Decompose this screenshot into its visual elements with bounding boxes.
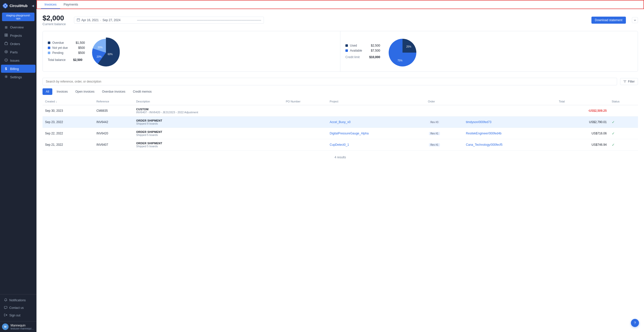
not-yet-due-label: Not yet due	[52, 46, 68, 50]
balance-info: $2,000 Current balance	[43, 14, 66, 26]
th-created[interactable]: Created ↓	[43, 98, 94, 105]
user-details: Mannequin testuser-mannequin@circ...	[11, 324, 34, 330]
filter-tab-credit-memos[interactable]: Credit memos	[130, 88, 155, 95]
cell-order[interactable]: timdyson/000fed73	[463, 117, 556, 128]
user-info-area: M Mannequin testuser-mannequin@circ...	[0, 321, 36, 332]
sidebar-item-parts[interactable]: Parts	[1, 48, 35, 56]
pie-label-75: 75%	[397, 59, 403, 62]
cell-project[interactable]: DigitalPressureGauge_Alpha	[327, 128, 425, 139]
cell-po	[283, 117, 327, 128]
projects-icon	[4, 33, 8, 38]
project-link[interactable]: CupDetect0_1	[330, 143, 349, 146]
sidebar-item-overview[interactable]: ⊞ Overview	[1, 23, 35, 31]
filter-tab-open-invoices[interactable]: Open invoices	[72, 88, 98, 95]
sidebar-bottom: Notifications Contact us Sign out	[0, 294, 36, 321]
filter-tab-invoices[interactable]: Invoices	[53, 88, 71, 95]
sidebar-item-orders[interactable]: Orders	[1, 40, 35, 48]
credit-limit-row: Credit limit $10,000	[345, 55, 380, 59]
cell-project[interactable]: CupDetect0_1	[327, 139, 425, 151]
table-row[interactable]: Sep 23, 2022 INV6442 ORDER SHIPMENT Ship…	[43, 117, 638, 128]
legend-available: Available $7,500	[345, 49, 380, 52]
filter-tab-all[interactable]: All	[43, 88, 52, 95]
date-to: Sep 27, 2024	[103, 18, 120, 22]
tab-invoices[interactable]: Invoices	[41, 1, 60, 9]
th-po-number: PO Number	[283, 98, 327, 105]
sidebar-item-label: Orders	[10, 42, 20, 46]
credit-chart-panel: Used $2,500 Available $7,500 Credit limi…	[340, 31, 638, 71]
sidebar-item-settings[interactable]: Settings	[1, 73, 35, 81]
sidebar-item-billing[interactable]: $ Billing	[1, 65, 35, 73]
sidebar-logo-area: CircuitHub ◀	[0, 0, 36, 12]
sidebar-collapse-button[interactable]: ◀	[32, 4, 34, 8]
cell-order[interactable]: Cana_Technology/000fecf5	[463, 139, 556, 151]
pie-label-20a: 20%	[97, 55, 102, 58]
sidebar-item-label: Overview	[10, 25, 24, 29]
main-content: Invoices Payments $2,000 Current balance…	[36, 0, 644, 332]
svg-point-16	[6, 76, 7, 77]
total-amount: -US$2,509.25	[588, 109, 607, 113]
date-separator: ·	[100, 18, 101, 22]
date-range-picker[interactable]: Apr 16, 2021 · Sep 27, 2024 ────────────…	[74, 17, 264, 24]
credit-pie-chart: 25% 75%	[386, 36, 416, 66]
sidebar: CircuitHub ◀ staging-playground-ops ⊞ Ov…	[0, 0, 36, 332]
order-link[interactable]: timdyson/000fed73	[466, 120, 491, 124]
cell-description: CUSTOM INV6407 - INV6420 - JE313323 - 20…	[134, 105, 283, 117]
total-amount: US$746.94	[592, 143, 607, 146]
credit-limit-value: $10,000	[369, 55, 380, 59]
tab-payments[interactable]: Payments	[60, 1, 82, 9]
overdue-label: Overdue	[52, 41, 64, 45]
not-yet-due-value: $500	[70, 46, 85, 50]
cell-rev	[425, 105, 463, 117]
sidebar-item-issues[interactable]: Issues	[1, 56, 35, 64]
pie-label-60: 60%	[108, 53, 113, 56]
available-value: $7,500	[365, 49, 380, 52]
pie-label-25: 25%	[406, 45, 411, 48]
table-row[interactable]: Sep 30, 2023 CM8835 CUSTOM INV6407 - INV…	[43, 105, 638, 117]
cell-order[interactable]: ResitekEngineer/000fed4b	[463, 128, 556, 139]
legend-not-yet-due: Not yet due $500	[48, 46, 85, 50]
table-row[interactable]: Sep 21, 2022 INV6407 ORDER SHIPMENT Ship…	[43, 139, 638, 151]
th-order: Order	[425, 98, 463, 105]
legend-pending: Pending $500	[48, 51, 85, 55]
chat-icon	[4, 306, 7, 310]
filter-tabs: All Invoices Open invoices Overdue invoi…	[43, 88, 638, 95]
dropdown-arrow-button[interactable]	[632, 17, 638, 23]
notifications-label: Notifications	[9, 299, 26, 302]
download-statement-button[interactable]: Download statement	[591, 17, 626, 24]
svg-point-12	[6, 51, 7, 52]
cell-rev: Rev #3	[425, 117, 463, 128]
total-balance-row: Total balance $2,500	[48, 58, 85, 62]
notifications-item[interactable]: Notifications	[2, 297, 34, 304]
sidebar-item-label: Billing	[10, 67, 19, 71]
sidebar-item-projects[interactable]: Projects	[1, 31, 35, 40]
filter-button[interactable]: Filter	[620, 78, 638, 85]
cell-po	[283, 139, 327, 151]
available-dot	[345, 49, 348, 52]
current-balance-amount: $2,000	[43, 14, 66, 22]
table-row[interactable]: Sep 22, 2022 INV6420 ORDER SHIPMENT Ship…	[43, 128, 638, 139]
bell-icon	[4, 298, 7, 302]
overdue-value: $1,500	[70, 41, 85, 45]
project-link[interactable]: Accel_Buoy_v0	[330, 120, 351, 124]
billing-content: $2,000 Current balance Apr 16, 2021 · Se…	[36, 9, 644, 332]
project-link[interactable]: DigitalPressureGauge_Alpha	[330, 132, 369, 135]
svg-rect-10	[5, 43, 8, 45]
order-link[interactable]: Cana_Technology/000fecf5	[466, 143, 502, 146]
svg-rect-8	[5, 35, 6, 36]
used-value: $2,500	[365, 44, 380, 47]
th-reference: Reference	[94, 98, 134, 105]
cell-description: ORDER SHIPMENT Shipped 5 boards	[134, 128, 283, 139]
search-input[interactable]	[43, 78, 617, 85]
cell-project[interactable]: Accel_Buoy_v0	[327, 117, 425, 128]
order-link[interactable]: ResitekEngineer/000fed4b	[466, 132, 501, 135]
workspace-badge[interactable]: staging-playground-ops	[2, 13, 34, 21]
sign-out-item[interactable]: Sign out	[2, 312, 34, 319]
balance-legend: Overdue $1,500 Not yet due $500 Pending …	[48, 41, 85, 62]
contact-us-item[interactable]: Contact us	[2, 304, 34, 312]
overdue-dot	[48, 42, 50, 44]
cell-project	[327, 105, 425, 117]
help-button[interactable]: ?	[631, 319, 639, 327]
pending-dot	[48, 52, 50, 54]
status-check-icon: ✓	[612, 143, 615, 147]
filter-tab-overdue-invoices[interactable]: Overdue invoices	[99, 88, 129, 95]
